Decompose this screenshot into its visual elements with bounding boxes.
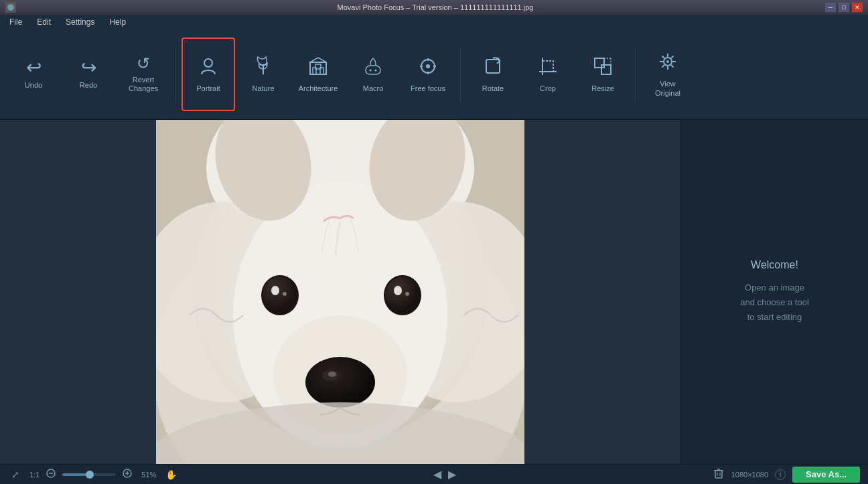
info-button[interactable]: i <box>775 469 786 480</box>
zoom-percent: 51% <box>141 471 156 479</box>
delete-button[interactable] <box>713 467 725 482</box>
portrait-button[interactable]: Portrait <box>182 37 235 111</box>
welcome-title: Welcome! <box>751 259 798 271</box>
zoom-slider-thumb <box>86 471 94 479</box>
architecture-icon <box>307 56 329 80</box>
svg-point-25 <box>666 60 669 63</box>
right-panel: Welcome! Open an image and choose a tool… <box>680 120 868 464</box>
svg-rect-20 <box>595 58 604 68</box>
image-canvas[interactable] <box>156 120 524 464</box>
revert-label: Revert Changes <box>129 76 158 93</box>
resize-button[interactable]: Resize <box>576 37 630 111</box>
undo-icon: ↩ <box>26 58 42 77</box>
focus-tools: Portrait Nature <box>182 37 455 111</box>
svg-line-32 <box>671 56 674 59</box>
zoom-out-button[interactable] <box>46 469 56 480</box>
view-original-icon <box>657 51 678 76</box>
portrait-icon <box>198 56 219 80</box>
nature-label: Nature <box>252 84 274 93</box>
menu-file[interactable]: File <box>3 16 29 28</box>
menu-bar: File Edit Settings Help <box>0 15 868 29</box>
save-as-button[interactable]: Save As... <box>792 467 860 483</box>
macro-label: Macro <box>363 84 384 93</box>
svg-point-46 <box>283 292 287 296</box>
portrait-label: Portrait <box>196 84 220 93</box>
svg-point-48 <box>385 276 420 314</box>
zoom-in-button[interactable] <box>123 469 132 480</box>
svg-line-6 <box>310 58 318 62</box>
rotate-label: Rotate <box>482 84 504 93</box>
svg-point-0 <box>7 4 14 11</box>
resize-icon <box>592 56 613 80</box>
welcome-line3: to start editing <box>747 312 802 322</box>
macro-button[interactable]: Macro <box>346 37 400 111</box>
image-dimensions: 1080×1080 <box>731 471 768 479</box>
undo-button[interactable]: ↩ Undo <box>7 37 60 111</box>
zoom-slider-fill <box>62 473 86 476</box>
zoom-label: 1:1 <box>29 471 40 479</box>
view-tools: View Original <box>641 37 695 111</box>
svg-point-50 <box>405 292 409 296</box>
redo-icon: ↪ <box>81 58 96 77</box>
crop-icon <box>537 56 559 80</box>
close-button[interactable]: ✕ <box>852 3 863 12</box>
rotate-icon <box>482 56 504 80</box>
nature-button[interactable]: Nature <box>236 37 290 111</box>
next-image-button[interactable]: ▶ <box>448 468 456 481</box>
free-focus-icon <box>417 56 439 80</box>
hand-tool-button[interactable]: ✋ <box>165 469 177 480</box>
revert-button[interactable]: ↺ Revert Changes <box>117 37 170 111</box>
toolbar: ↩ Undo ↪ Redo ↺ Revert Changes Portrait <box>0 29 868 120</box>
prev-image-button[interactable]: ◀ <box>433 468 441 481</box>
svg-line-7 <box>318 58 326 62</box>
revert-icon: ↺ <box>137 56 150 72</box>
menu-help[interactable]: Help <box>102 16 133 28</box>
dog-image <box>156 120 524 464</box>
welcome-text: Open an image and choose a tool to start… <box>740 280 809 325</box>
svg-rect-17 <box>542 61 553 72</box>
history-tools: ↩ Undo ↪ Redo ↺ Revert Changes <box>7 37 170 111</box>
svg-point-52 <box>305 357 375 408</box>
crop-button[interactable]: Crop <box>521 37 575 111</box>
svg-line-31 <box>671 65 674 68</box>
macro-icon <box>362 56 384 80</box>
title-bar: Movavi Photo Focus – Trial version – 111… <box>0 0 868 15</box>
svg-line-30 <box>662 56 665 59</box>
architecture-label: Architecture <box>299 84 338 93</box>
separator-2 <box>460 48 461 101</box>
nature-icon <box>252 56 274 80</box>
undo-label: Undo <box>25 81 42 90</box>
rotate-button[interactable]: Rotate <box>466 37 520 111</box>
svg-rect-61 <box>715 471 722 478</box>
window-title: Movavi Photo Focus – Trial version – 111… <box>46 3 825 11</box>
svg-point-44 <box>263 276 297 314</box>
svg-point-11 <box>426 64 430 68</box>
separator-1 <box>175 48 176 101</box>
svg-point-54 <box>328 372 336 377</box>
redo-button[interactable]: ↪ Redo <box>62 37 115 111</box>
svg-point-9 <box>375 69 377 71</box>
free-focus-label: Free focus <box>411 84 445 93</box>
menu-edit[interactable]: Edit <box>30 16 58 28</box>
free-focus-button[interactable]: Free focus <box>401 37 455 111</box>
svg-point-49 <box>394 286 402 295</box>
view-original-button[interactable]: View Original <box>641 37 695 111</box>
maximize-button[interactable]: □ <box>839 3 849 12</box>
menu-settings[interactable]: Settings <box>59 16 101 28</box>
resize-label: Resize <box>591 84 614 93</box>
zoom-slider[interactable] <box>62 473 116 476</box>
fullscreen-button[interactable]: ⤢ <box>8 467 23 482</box>
window-controls: ─ □ ✕ <box>825 3 863 12</box>
architecture-button[interactable]: Architecture <box>291 37 345 111</box>
svg-point-1 <box>204 59 212 67</box>
svg-point-45 <box>271 286 279 295</box>
app-icon <box>5 2 16 13</box>
minimize-button[interactable]: ─ <box>825 3 836 12</box>
canvas-area[interactable] <box>0 120 680 464</box>
svg-point-8 <box>370 69 372 71</box>
redo-label: Redo <box>80 81 97 90</box>
svg-line-33 <box>662 65 665 68</box>
separator-3 <box>635 48 636 101</box>
view-original-label: View Original <box>655 80 680 97</box>
svg-rect-21 <box>601 65 611 74</box>
